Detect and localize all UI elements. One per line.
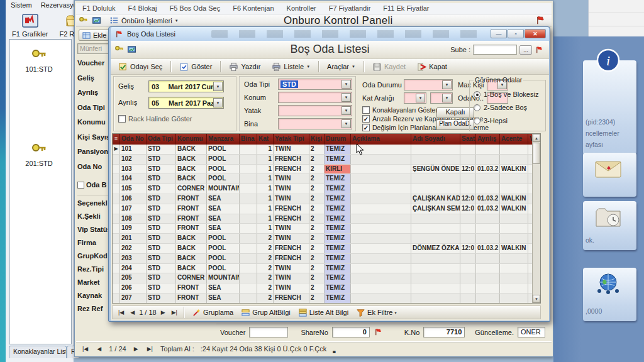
room-shortcut-101:STD[interactable]: 101:STD — [19, 47, 58, 73]
sidebar-card[interactable]: ok. — [583, 201, 636, 250]
last-record-icon[interactable]: ▶| — [170, 309, 179, 315]
chevron-down-icon[interactable]: ▼ — [341, 119, 351, 128]
scrollbar-thumb[interactable] — [533, 143, 540, 164]
prev-record-icon[interactable]: ◀ — [128, 309, 136, 315]
onburo-islemleri-button[interactable]: Önbüro İşlemleri ▼ — [105, 14, 183, 26]
table-row[interactable]: 207STDFRONTSEA2FRENCH2TEMIZ — [113, 293, 533, 304]
chevron-down-icon[interactable]: ▼ — [442, 94, 452, 102]
sube-browse-button[interactable]: ... — [519, 45, 532, 55]
chevron-down-icon[interactable]: ▼ — [213, 82, 223, 91]
column-header-Konumu[interactable]: Konumu — [176, 134, 207, 145]
chevron-down-icon[interactable]: ▼ — [341, 80, 351, 89]
toolbar-Kapat-button[interactable]: Kapat — [412, 60, 452, 74]
kat-min-combo[interactable]: ▼ — [404, 92, 426, 104]
sidebar-card[interactable]: i(pid:2304)ncellemelerayfası — [583, 60, 636, 155]
gelis-date-field[interactable]: 03Mart2017Cuma▼ — [148, 80, 224, 92]
table-row[interactable]: 203STDBACKPOOL2FRENCH2TEMIZ — [113, 254, 533, 264]
shareno-input[interactable]: 0 — [332, 327, 370, 337]
stamp-icon[interactable] — [92, 16, 101, 25]
sidebar-card[interactable]: ,0000 — [583, 268, 636, 321]
key-icon[interactable] — [79, 16, 88, 25]
column-header-Oda Tipi[interactable]: Oda Tipi — [147, 134, 176, 145]
column-header-Oda No[interactable]: Oda No — [120, 134, 147, 145]
table-row[interactable]: 107STDFRONTSEA1FRENCH2TEMIZÇALIŞKAN SEM1… — [113, 204, 533, 214]
ekle-button[interactable]: Ekle — [79, 30, 111, 41]
next-record-icon[interactable]: ▶ — [159, 309, 167, 315]
table-row[interactable]: 205STDCORNERMOUNTAIN2TWIN2TEMIZ — [113, 273, 533, 283]
radio-2-Sadece Boş[interactable]: 2-Sadece Boş — [474, 104, 541, 111]
kat-max-combo[interactable]: ▼ — [430, 92, 453, 104]
column-header-Bina[interactable]: Bina — [240, 134, 257, 145]
toolbar-Yazdır-button[interactable]: Yazdır — [224, 60, 265, 74]
first-record-icon[interactable]: |◀ — [116, 309, 126, 315]
menu-F5 Bos Oda Seç[interactable]: F5 Bos Oda Seç — [169, 4, 220, 13]
scroll-down-icon[interactable]: ▼ — [533, 295, 540, 303]
menu-F4 Blokaj[interactable]: F4 Blokaj — [128, 4, 157, 13]
toolbar-F1 Grafikler[interactable]: F1 Grafikler — [12, 13, 48, 38]
table-row[interactable]: 201STDBACKPOOL2TWIN2TEMIZ — [113, 234, 533, 244]
table-row[interactable]: ▶101STDBACKPOOL1TWIN2TEMIZ — [113, 145, 533, 155]
oda-durumu-combo[interactable]: ▼ — [404, 79, 453, 90]
status-more-icon[interactable]: ▄ — [333, 349, 335, 353]
chevron-down-icon[interactable]: ▼ — [341, 106, 351, 115]
radio-3-Hepsi[interactable]: 3-Hepsi — [474, 117, 541, 124]
toolbar-Göster-button[interactable]: Göster — [174, 60, 217, 74]
next-page-icon[interactable]: ▶ — [133, 346, 140, 352]
bina-combo[interactable]: ▼ — [278, 118, 352, 129]
nav-Gruplama-button[interactable]: Gruplama — [189, 307, 236, 318]
prev-page-icon[interactable]: ◀ — [96, 346, 103, 352]
ayrilis-date-field[interactable]: 05Mart2017Pazar▼ — [148, 97, 224, 109]
room-shortcut-202[interactable]: 202 — [60, 134, 72, 160]
column-header-Manzara[interactable]: Manzara — [207, 134, 240, 145]
menu-F7 Fiyatlandir[interactable]: F7 Fiyatlandir — [329, 4, 371, 13]
sidebar-card[interactable] — [583, 153, 636, 197]
menu-F1 Doluluk[interactable]: F1 Doluluk — [82, 4, 116, 13]
table-row[interactable]: 109STDFRONTSEA1TWIN2TEMIZ — [113, 224, 533, 234]
room-shortcut-201:STD[interactable]: 201:STD — [19, 141, 58, 167]
yatak-combo[interactable]: ▼ — [278, 105, 352, 116]
minimize-button[interactable]: — — [491, 29, 507, 38]
toolbar-Listele-button[interactable]: Listele ▼ — [267, 60, 315, 74]
menu-sistem[interactable]: Sistem — [11, 1, 32, 10]
sube-input[interactable] — [473, 45, 517, 55]
table-row[interactable]: 202STDBACKPOOL2FRENCH2TEMIZDÖNMEZ ÖZKA12… — [113, 244, 533, 254]
voucher-input[interactable] — [249, 327, 288, 337]
column-header-Saat[interactable]: Saat — [460, 134, 476, 145]
close-button[interactable]: ✕ — [525, 29, 546, 38]
chevron-down-icon[interactable]: ▼ — [416, 94, 425, 102]
column-header-Kat[interactable]: Kat — [257, 134, 274, 145]
room-shortcut-102[interactable]: 102 — [61, 47, 72, 73]
column-header-Ayrılış[interactable]: Ayrılış — [476, 134, 500, 145]
table-row[interactable]: 104STDBACKPOOL1TWIN2TEMIZ — [113, 174, 533, 184]
nav-Ek Filtre-button[interactable]: Ek Filtre ▾ — [353, 307, 399, 318]
konum-combo[interactable]: ▼ — [278, 92, 352, 103]
column-header-Acente[interactable]: Acente — [500, 134, 528, 145]
first-page-icon[interactable]: |◀ — [81, 346, 89, 352]
table-row[interactable]: 105STDCORNERMOUNTAIN1TWIN2TEMIZ — [113, 184, 533, 194]
table-row[interactable]: 102STDBACKPOOL1FRENCH2TEMIZ — [113, 155, 533, 165]
last-page-icon[interactable]: ▶| — [146, 346, 154, 352]
toolbar-Odayı Seç-button[interactable]: Odayı Seç — [113, 60, 167, 74]
dialog-titlebar[interactable]: Boş Oda Listesi — [111, 27, 549, 41]
chevron-down-icon[interactable]: ▼ — [442, 80, 452, 89]
maximize-button[interactable]: ▫ — [508, 29, 524, 38]
column-header-Yatak Tipi[interactable]: Yatak Tipi — [274, 134, 309, 145]
grid-scrollbar[interactable]: ▲ ▼ — [532, 134, 540, 303]
table-row[interactable]: 204STDBACKPOOL2TWIN2TEMIZ — [113, 264, 533, 274]
radio-1-Boş ve Blokesiz[interactable]: 1-Boş ve Blokesiz — [474, 90, 541, 98]
plan-odad-button[interactable]: Plan OdaD. — [436, 119, 474, 130]
tab-konaklayanlar-listesi[interactable]: Konaklayanlar Listesi — [9, 346, 67, 358]
menu-F6 Kontenjan[interactable]: F6 Kontenjan — [233, 4, 274, 13]
table-row[interactable]: 206STDFRONTSEA2TWIN2TEMIZ — [113, 283, 533, 293]
rack-halinde-checkbox[interactable]: Rack Halinde Göster — [118, 115, 192, 123]
column-header-Adı Soyadı[interactable]: Adı Soyadı — [411, 134, 460, 145]
table-row[interactable]: 106STDFRONTSEA1TWIN2TEMIZÇALIŞKAN KAD12:… — [113, 194, 533, 204]
kapali-button[interactable]: Kapalı — [436, 107, 474, 118]
column-header-Kişi[interactable]: Kişi — [309, 134, 325, 145]
column-header-Durum[interactable]: Durum — [325, 134, 351, 145]
nav-Liste Alt Bilgi-button[interactable]: Liste Alt Bilgi — [295, 307, 352, 318]
oda-tipi-combo[interactable]: STD ▼ — [278, 79, 352, 90]
grid-corner-cell[interactable]: ≡ — [113, 134, 120, 145]
table-row[interactable]: 108STDFRONTSEA1FRENCH2TEMIZ — [113, 214, 533, 224]
scroll-up-icon[interactable]: ▲ — [533, 134, 540, 142]
